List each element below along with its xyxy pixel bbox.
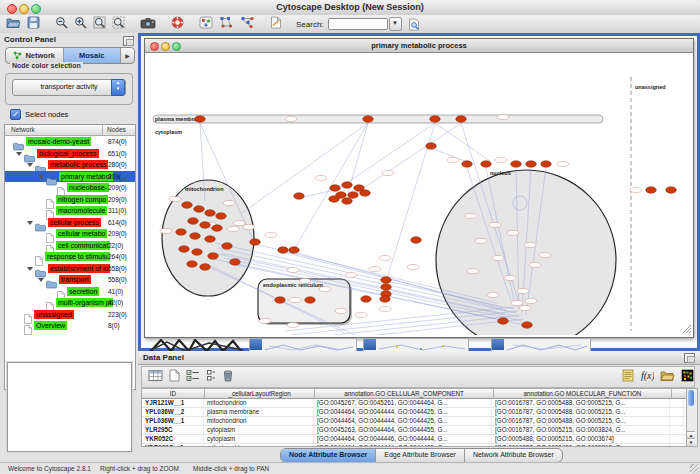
column-header-_cellularLayoutRegion[interactable]: _cellularLayoutRegion	[205, 389, 316, 398]
tree-row-metabolic-process[interactable]: metabolic process280(0)	[5, 159, 135, 171]
column-header-annotation.GO CELLULAR_COMPONENT[interactable]: annotation.GO CELLULAR_COMPONENT	[315, 389, 493, 398]
annotation-icon[interactable]	[270, 16, 282, 29]
import-attributes-icon[interactable]	[660, 369, 675, 382]
open-file-icon[interactable]	[6, 16, 21, 29]
layout-network-1-icon[interactable]	[219, 16, 234, 29]
function-builder-icon[interactable]: f(x)	[640, 369, 654, 382]
empty-node[interactable]	[259, 318, 271, 323]
empty-node[interactable]	[497, 114, 509, 119]
colored-node[interactable]	[278, 247, 289, 254]
empty-node[interactable]	[519, 305, 531, 310]
colored-node[interactable]	[192, 249, 203, 256]
empty-node[interactable]	[447, 157, 459, 162]
colored-node[interactable]	[275, 297, 286, 304]
tab-node-attribute-browser[interactable]: Node Attribute Browser	[281, 449, 376, 462]
table-row-YLR295C[interactable]: YLR295Ccytoplasm[GO:0045263, GO:0044464,…	[142, 426, 687, 435]
tab-network[interactable]: Network	[6, 48, 64, 63]
colored-node[interactable]	[646, 187, 657, 194]
tree-row-biological-process[interactable]: biological_process651(0)	[5, 148, 135, 160]
expander-icon[interactable]	[38, 175, 44, 179]
colored-node[interactable]	[216, 213, 227, 220]
colored-node[interactable]	[205, 236, 216, 243]
search-settings-icon[interactable]	[408, 18, 421, 31]
colored-node[interactable]	[498, 318, 509, 325]
tree-row-macromolecule[interactable]: macromolecule311(0)	[5, 205, 135, 217]
tree-row-nucleobase-[interactable]: nucleobase-209(0)	[5, 182, 135, 194]
float-panel-icon[interactable]	[123, 36, 134, 46]
table-row-YKR052C[interactable]: YKR052Ccytoplasm[GO:0044464, GO:0044446,…	[142, 435, 687, 444]
colored-node[interactable]	[188, 218, 199, 225]
colored-node[interactable]	[430, 116, 441, 123]
colored-node[interactable]	[190, 233, 201, 240]
colored-node[interactable]	[363, 116, 374, 123]
colored-node[interactable]	[187, 261, 198, 268]
tab-edge-attribute-browser[interactable]: Edge Attribute Browser	[376, 449, 465, 462]
empty-node[interactable]	[315, 175, 327, 180]
birds-eye-view-panel[interactable]	[7, 362, 132, 452]
colored-node[interactable]	[526, 161, 537, 168]
empty-node[interactable]	[524, 242, 536, 247]
zoom-in-icon[interactable]	[74, 16, 87, 29]
empty-node[interactable]	[630, 187, 642, 192]
network-graph[interactable]: plasma membranecytoplasmmitochondrionnuc…	[145, 53, 691, 335]
expander-icon[interactable]	[27, 267, 33, 271]
colored-node[interactable]	[194, 206, 205, 213]
empty-node[interactable]	[160, 228, 172, 233]
colored-node[interactable]	[411, 237, 422, 244]
expander-icon[interactable]	[38, 278, 44, 282]
tree-row-secretion[interactable]: secretion41(0)	[5, 286, 135, 298]
colored-node[interactable]	[481, 161, 492, 168]
tree-row-cell-communicat[interactable]: cell communicat22(0)	[5, 240, 135, 252]
expander-icon[interactable]	[27, 221, 33, 225]
colored-node[interactable]	[511, 161, 522, 168]
empty-node[interactable]	[495, 157, 507, 162]
more-tabs-arrow[interactable]: ▶	[121, 48, 134, 63]
empty-node[interactable]	[489, 222, 501, 227]
attribute-table-icon[interactable]	[148, 369, 163, 382]
column-header-ID[interactable]: ID	[142, 389, 205, 398]
empty-node[interactable]	[507, 230, 519, 235]
colored-node[interactable]	[176, 229, 187, 236]
minimized-window-thumbnail[interactable]	[149, 338, 243, 351]
empty-node[interactable]	[233, 220, 245, 225]
edge[interactable]	[350, 123, 461, 197]
help-icon[interactable]	[171, 16, 184, 29]
float-data-panel-icon[interactable]	[684, 353, 695, 363]
empty-node[interactable]	[319, 286, 331, 291]
empty-node[interactable]	[345, 272, 357, 277]
colored-node[interactable]	[205, 210, 216, 217]
colored-node[interactable]	[212, 225, 223, 232]
empty-node[interactable]	[169, 196, 181, 201]
empty-node[interactable]	[265, 232, 277, 237]
colored-node[interactable]	[348, 192, 359, 199]
colored-node[interactable]	[222, 243, 233, 250]
tree-row-mosaic-demo-yeast[interactable]: mosaic-demo-yeast874(0)	[5, 136, 135, 148]
empty-node[interactable]	[557, 161, 569, 166]
colored-node[interactable]	[342, 182, 353, 189]
colored-node[interactable]	[426, 143, 437, 150]
empty-node[interactable]	[379, 255, 391, 260]
colored-node[interactable]	[179, 246, 190, 253]
colored-node[interactable]	[208, 253, 219, 260]
select-attributes-icon[interactable]	[186, 369, 200, 382]
node-color-dropdown[interactable]: transporter activity ▲▼	[12, 79, 126, 96]
window-titlebar[interactable]: Cytoscape Desktop (New Session)	[0, 0, 700, 16]
empty-node[interactable]	[487, 292, 499, 297]
colored-node[interactable]	[462, 161, 473, 168]
empty-node[interactable]	[223, 200, 235, 205]
empty-node[interactable]	[243, 224, 255, 229]
colored-node[interactable]	[250, 239, 261, 246]
attribute-notes-icon[interactable]	[622, 369, 634, 382]
window-resize-grip[interactable]	[690, 464, 699, 473]
empty-node[interactable]	[504, 275, 516, 280]
empty-node[interactable]	[511, 300, 523, 305]
colored-node[interactable]	[380, 296, 391, 303]
matrix-view-icon[interactable]	[681, 369, 694, 382]
tree-row-unassigned[interactable]: unassigned223(0)	[5, 309, 135, 321]
zoom-out-icon[interactable]	[55, 16, 68, 29]
colored-node[interactable]	[182, 202, 193, 209]
edge[interactable]	[348, 123, 368, 193]
empty-node[interactable]	[517, 288, 529, 293]
empty-node[interactable]	[465, 213, 477, 218]
empty-node[interactable]	[529, 262, 541, 267]
